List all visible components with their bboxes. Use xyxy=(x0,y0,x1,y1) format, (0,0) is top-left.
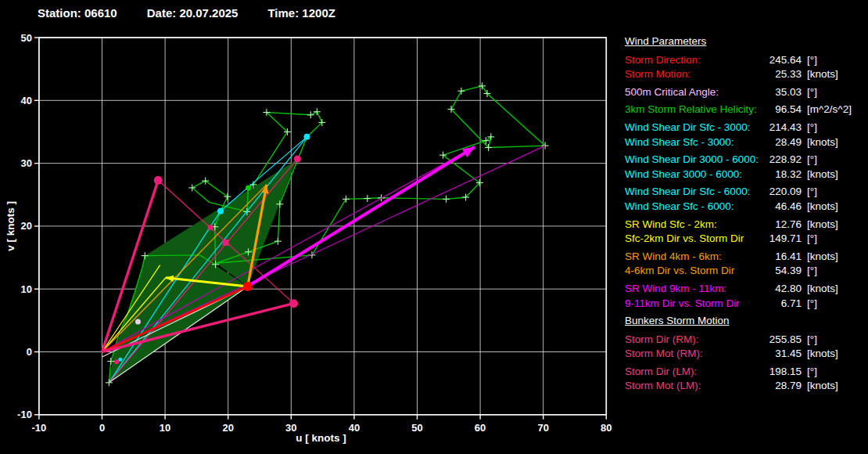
parameter-unit: [°] xyxy=(802,153,868,168)
parameter-label: Sfc-2km Dir vs. Storm Dir xyxy=(625,232,747,247)
svg-text:70: 70 xyxy=(537,422,548,434)
shear-head-dot xyxy=(294,155,301,162)
parameter-section: Bunkers Storm MotionStorm Dir (RM):255.8… xyxy=(625,314,866,394)
svg-text:80: 80 xyxy=(601,422,612,434)
parameter-label: SR Wind 9km - 11km: xyxy=(625,282,747,297)
parameter-unit: [knots] xyxy=(802,379,868,394)
parameter-row: Wind Shear Sfc - 6000:46.46[knots] xyxy=(625,200,866,214)
parameter-value: 35.03 xyxy=(747,85,802,100)
parameter-unit: [knots] xyxy=(802,347,868,362)
parameter-row: 4-6km Dir vs. Storm Dir54.39[°] xyxy=(625,264,866,279)
parameter-label: Wind Shear Dir Sfc - 6000: xyxy=(625,185,747,200)
parameter-label: Storm Dir (LM): xyxy=(625,365,747,380)
parameter-group: SR Wind Sfc - 2km:12.76[knots]Sfc-2km Di… xyxy=(625,218,866,247)
parameter-group: 3km Storm Relative Helicity:96.54[m^2/s^… xyxy=(625,103,866,117)
wind-profile-trace xyxy=(106,82,549,386)
hodograph-app-window: Station: 06610 Date: 20.07.2025 Time: 12… xyxy=(0,0,868,454)
parameter-row: Storm Dir (RM):255.85[°] xyxy=(625,333,866,348)
wind-4km-green-dot xyxy=(246,185,251,190)
parameter-unit: [knots] xyxy=(802,168,868,182)
svg-text:40: 40 xyxy=(349,422,360,434)
parameter-group: SR Wind 9km - 11km:42.80[knots]9-11km Di… xyxy=(625,282,866,311)
mean-wind-connector-dot xyxy=(208,225,213,230)
wind-1km-dot xyxy=(135,319,141,324)
section-header: Wind Parameters xyxy=(625,34,866,49)
parameter-value: 28.49 xyxy=(747,135,802,150)
parameter-unit: [°] xyxy=(802,232,868,247)
svg-text:60: 60 xyxy=(475,422,486,434)
parameter-row: Wind Shear 3000 - 6000:18.32[knots] xyxy=(625,168,866,182)
mean-wind-square xyxy=(222,240,228,246)
parameter-value: 220.09 xyxy=(747,185,802,200)
parameter-section: Wind ParametersStorm Direction:245.64[°]… xyxy=(625,34,866,311)
parameter-row: 9-11km Dir vs. Storm Dir6.71[°] xyxy=(625,297,866,312)
parameter-value: 25.33 xyxy=(747,67,802,82)
wind-500m-cyan-dot xyxy=(118,358,122,362)
parameter-value: 96.54 xyxy=(747,103,802,117)
parameter-unit: [°] xyxy=(802,85,868,100)
parameter-group: 500m Critical Angle:35.03[°] xyxy=(625,85,866,100)
wind-500m-dot xyxy=(114,359,119,364)
axis-ticks: -1001020304050607080-1001020304050 xyxy=(17,32,612,434)
parameter-unit: [°] xyxy=(802,121,868,135)
parameter-unit: [°] xyxy=(802,333,868,348)
svg-text:20: 20 xyxy=(222,422,233,434)
svg-text:40: 40 xyxy=(20,95,31,106)
parameter-label: 500m Critical Angle: xyxy=(625,85,747,100)
parameter-label: Wind Shear Dir 3000 - 6000: xyxy=(625,153,747,168)
svg-text:20: 20 xyxy=(20,220,31,232)
parameter-unit: [°] xyxy=(802,264,868,279)
parameter-label: Storm Motion: xyxy=(625,67,747,82)
parameter-unit: [°] xyxy=(802,53,868,68)
wind-6km-dot xyxy=(303,134,310,140)
parameter-value: 18.32 xyxy=(747,168,802,182)
parameter-row: SR Wind 4km - 6km:16.41[knots] xyxy=(625,250,866,265)
svg-text:10: 10 xyxy=(20,283,31,295)
svg-text:0: 0 xyxy=(99,422,105,434)
svg-text:0: 0 xyxy=(27,346,32,358)
parameter-label: Storm Direction: xyxy=(625,53,747,68)
wind-3km-dot xyxy=(217,208,224,214)
section-header: Bunkers Storm Motion xyxy=(625,314,866,329)
parameter-unit: [knots] xyxy=(802,200,868,214)
parameter-value: 54.39 xyxy=(747,264,802,279)
parameter-unit: [knots] xyxy=(802,67,868,82)
bunkers-lm-point xyxy=(154,176,163,185)
parameter-group: SR Wind 4km - 6km:16.41[knots]4-6km Dir … xyxy=(625,250,866,279)
y-axis-label: v [ knots ] xyxy=(5,201,16,251)
parameter-group: Wind Shear Dir 3000 - 6000:228.92[°]Wind… xyxy=(625,153,866,182)
parameter-row: Storm Dir (LM):198.15[°] xyxy=(625,365,866,380)
parameter-row: Storm Direction:245.64[°] xyxy=(625,53,866,68)
parameter-label: 3km Storm Relative Helicity: xyxy=(625,103,747,117)
wind-parameters-panel: Wind ParametersStorm Direction:245.64[°]… xyxy=(625,34,866,397)
parameter-value: 42.80 xyxy=(747,282,802,297)
parameter-unit: [knots] xyxy=(802,250,868,265)
parameter-label: Wind Shear Dir Sfc - 3000: xyxy=(625,121,747,135)
parameter-value: 31.45 xyxy=(747,347,802,362)
parameter-value: 198.15 xyxy=(747,365,802,380)
svg-text:10: 10 xyxy=(160,422,170,434)
parameter-group: Wind Shear Dir Sfc - 6000:220.09[°]Wind … xyxy=(625,185,866,214)
parameter-label: Wind Shear Sfc - 6000: xyxy=(625,200,747,214)
parameter-row: Storm Mot (RM):31.45[knots] xyxy=(625,347,866,362)
parameter-group: Wind Shear Dir Sfc - 3000:214.43[°]Wind … xyxy=(625,121,866,150)
parameter-label: Wind Shear 3000 - 6000: xyxy=(625,168,747,182)
parameter-row: Wind Shear Dir 3000 - 6000:228.92[°] xyxy=(625,153,866,168)
parameter-group: Storm Direction:245.64[°]Storm Motion:25… xyxy=(625,53,866,82)
parameter-row: Wind Shear Dir Sfc - 3000:214.43[°] xyxy=(625,121,866,135)
storm-motion-point xyxy=(243,282,253,291)
parameter-value: 16.41 xyxy=(747,250,802,265)
parameter-label: 4-6km Dir vs. Storm Dir xyxy=(625,264,747,279)
parameter-row: Storm Mot (LM):28.79[knots] xyxy=(625,379,866,394)
parameter-label: 9-11km Dir vs. Storm Dir xyxy=(625,297,747,312)
shear-direction-line xyxy=(109,159,297,383)
svg-text:-10: -10 xyxy=(17,409,32,420)
parameter-label: Storm Mot (LM): xyxy=(625,379,747,394)
parameter-row: 500m Critical Angle:35.03[°] xyxy=(625,85,866,100)
svg-text:30: 30 xyxy=(20,157,31,169)
svg-text:50: 50 xyxy=(20,32,31,44)
parameter-group: Storm Dir (LM):198.15[°]Storm Mot (LM):2… xyxy=(625,365,866,394)
parameter-label: Storm Dir (RM): xyxy=(625,333,747,348)
parameter-row: SR Wind Sfc - 2km:12.76[knots] xyxy=(625,218,866,232)
parameter-row: Sfc-2km Dir vs. Storm Dir149.71[°] xyxy=(625,232,866,247)
